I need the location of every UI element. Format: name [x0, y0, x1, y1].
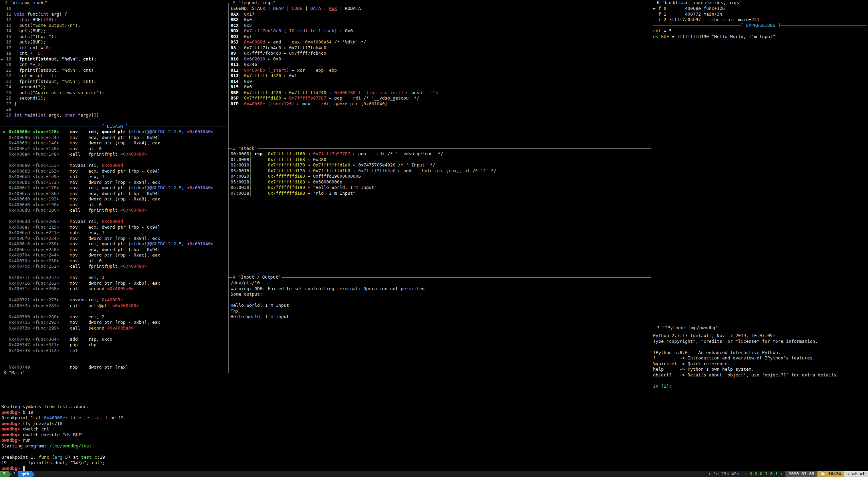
terminal-line: 0x4006a2 <func+146> mov al, 0: [1, 146, 228, 152]
terminal-line: 12 char BUF[128];: [1, 17, 228, 23]
terminal-line: 0x4006a9 <func+153> movabs rsi, 0x40080d: [1, 163, 228, 169]
terminal-line: 0x400740 <func+304> add rsp, 0xc0: [1, 337, 228, 342]
powerline-arrow-icon: [32, 472, 35, 477]
tmux-session-badge[interactable]: 2: [0, 471, 9, 477]
terminal-line: ? -> Introduction and overview of IPytho…: [653, 355, 867, 361]
terminal-line: 0x400721 <func+273> movabs rdi, 0x40083c: [1, 297, 228, 303]
terminal-line: ► 0x40068e <func+126> mov rdi, qword ptr…: [1, 129, 228, 135]
terminal-line: [1, 213, 228, 219]
terminal-line: 17 int cnt = 0;: [1, 45, 228, 51]
powerline-arrow-icon: [9, 472, 11, 477]
terminal-line: 0x4006d8 <func+200> call fprintf@plt <0x…: [1, 208, 228, 213]
pane-title-backtrace: 6 "backtrace, expressions, args": [655, 0, 743, 6]
pane-disasm-code[interactable]: 10 11 void func(int arg) { 12 char BUF[1…: [1, 6, 228, 372]
pane-border-stack[interactable]: [229, 148, 651, 149]
terminal-line: 26 second(2);: [1, 95, 228, 101]
terminal-line: [1, 269, 228, 275]
terminal-line: [1, 331, 228, 337]
terminal-line: 0x4006fe <func+238> mov edx, dword ptr […: [1, 247, 228, 253]
terminal-line: R11 0x246: [231, 62, 650, 68]
screen: 1 "disasm, code" 2 "legend, regs" 6 "bac…: [0, 0, 868, 477]
terminal-line: 0x400747 <func+311> pop rbp: [1, 342, 228, 348]
status-load-average: ‹ 0.0 0.1 0.1 ›: [742, 471, 785, 477]
pane-border-vertical-left[interactable]: [228, 3, 229, 373]
terminal-line: Starting program: /tmp/pwndbg/test: [1, 443, 650, 449]
terminal-line: IPython 5.8.0 -- An enhanced Interactive…: [653, 350, 867, 356]
terminal-line: Python 2.7.17 (default, Nov 7 2019, 10:0…: [653, 333, 867, 339]
pane-backtrace-expressions[interactable]: ► f 0 40068e func+126 f 1 400772 main+34…: [653, 6, 867, 327]
terminal-line: warning: GDB: Failed to set controlling …: [231, 286, 650, 292]
pane-border-io[interactable]: [229, 277, 651, 278]
terminal-line: RSP 0x7fffffffd160 → 0x7ffff7b97787 ← po…: [231, 95, 650, 101]
terminal-line: 04:0020│ 0x7fffffffd180 ← 0xffffd1900000…: [231, 174, 650, 179]
terminal-line: 0x40070c <func+252> call fprintf@plt <0x…: [1, 264, 228, 269]
pane-title-io: 4 "Input / Output": [232, 275, 282, 280]
terminal-line: 06:0030│ 0x7fffffffd190 ← "Hello World, …: [231, 185, 650, 191]
terminal-line: 0x400730 <func+288> mov edi, 2: [1, 314, 228, 320]
terminal-line: pwndbg> run: [1, 438, 650, 443]
terminal-line: RDI 0x1: [231, 34, 650, 40]
terminal-line: R10 0x602010 ← 0x0: [231, 56, 650, 62]
terminal-line: 07:0038│ 0x7fffffffd198 ← "rld, I'm Inpu…: [231, 191, 650, 196]
status-left: 2 1 gdb: [0, 471, 35, 477]
pane-stack[interactable]: 00:0000│ rsp 0x7fffffffd160 → 0x7ffff7b9…: [231, 151, 650, 277]
terminal-line: [1, 292, 228, 298]
terminal-line: 0x400748 <func+312> ret: [1, 348, 228, 354]
terminal-line: [1, 308, 228, 314]
terminal-line: 0x40069c <func+140> mov dword ptr [rbp -…: [1, 140, 228, 146]
tmux-window-index[interactable]: 1: [11, 471, 19, 477]
terminal-line: 0x4006d0 <func+192> mov dword ptr [rbp -…: [1, 196, 228, 202]
terminal-line: f 1 400772 main+34: [653, 12, 867, 17]
pane-input-output[interactable]: /dev/pts/10warning: GDB: Failed to set c…: [231, 280, 650, 372]
terminal-line: /dev/pts/10: [231, 280, 650, 286]
terminal-line: RSI 0x40080d ← and eax, 0x4f000a64 /* '%…: [231, 39, 650, 45]
terminal-line: 15 puts("Thx. ");: [1, 34, 228, 40]
terminal-line: ► f 0 40068e func+126: [653, 6, 867, 12]
terminal-line: [231, 297, 650, 303]
terminal-line: 0x4006e7 <func+215> mov ecx, dword ptr […: [1, 225, 228, 230]
status-uptime: ↑ 1d 23h 49m: [706, 471, 742, 477]
terminal-line: 0x4006dd <func+205> movabs rsi, 0x40080d: [1, 219, 228, 225]
terminal-line: 10: [1, 6, 228, 12]
terminal-line: ► 19 fprintf(stdout, "%d\n", cnt);: [1, 56, 228, 62]
terminal-line: 0x40073b <func+299> call second <0x4005a…: [1, 325, 228, 331]
terminal-line: 0x4006f0 <func+224> mov dword ptr [rbp -…: [1, 236, 228, 242]
terminal-line: RCX 0x5: [231, 23, 650, 29]
terminal-line: Hello World, I'm Input: [231, 314, 650, 320]
terminal-line: 21 fprintf(stdout, "%d\n", cnt);: [1, 68, 228, 73]
terminal-line: 20 cnt *= 2;: [1, 62, 228, 68]
terminal-line: 0x4006ca <func+186> mov edx, dword ptr […: [1, 191, 228, 197]
terminal-line: 0x400696 <func+134> mov edx, dword ptr […: [1, 135, 228, 141]
terminal-line: 29 int main(int argc, char *argv[]): [1, 112, 228, 118]
pane-border-main[interactable]: [0, 373, 651, 373]
terminal-line: object? -> Details about 'object', use '…: [653, 372, 867, 378]
terminal-line: 0x4006d6 <func+198> mov al, 0: [1, 202, 228, 208]
terminal-line: 0x40072b <func+283> call puts@plt <0x400…: [1, 303, 228, 309]
tmux-window-name-gdb[interactable]: gdb: [18, 471, 32, 477]
terminal-line: 27 }: [1, 101, 228, 107]
terminal-line: pwndbg> cwatch cnt: [1, 426, 650, 432]
terminal-line: [653, 378, 867, 384]
terminal-line: 13 puts("Some output:\n");: [1, 23, 228, 29]
pane-border-vertical-right[interactable]: [651, 3, 651, 471]
pane-main-gdb-console[interactable]: Reading symbols from test...done.pwndbg>…: [1, 404, 650, 471]
terminal-line: 18 cnt += 5;: [1, 51, 228, 56]
terminal-line: 02:0010│ 0x7fffffffd170 → 0x7fffffffd1a0…: [231, 162, 650, 168]
terminal-line: [1, 353, 228, 359]
pane-ipython[interactable]: Python 2.7.17 (default, Nov 7 2019, 10:0…: [653, 333, 867, 471]
terminal-line: 0x4006c2 <func+178> mov rdi, qword ptr […: [1, 185, 228, 191]
terminal-line: 0x400704 <func+244> mov dword ptr [rbp -…: [1, 252, 228, 258]
terminal-line: Type "copyright", "credits" or "license"…: [653, 339, 867, 344]
terminal-line: 0x400711 <func+257> mov edi, 3: [1, 275, 228, 281]
terminal-line: LEGEND: STACK | HEAP | CODE | DATA | RWX…: [231, 6, 650, 12]
terminal-line: RDX 0x7ffff7dd18c0 (_IO_stdfile_1_lock) …: [231, 28, 650, 34]
pane-legend-regs[interactable]: LEGEND: STACK | HEAP | CODE | DATA | RWX…: [231, 6, 650, 148]
terminal-line: 23 fprintf(stdout, "%d\n", cnt);: [1, 79, 228, 85]
status-date: 2020-03-06: [785, 471, 817, 477]
terminal-line: ds BUF = 7fffffffd190 "Hello World, I'm …: [653, 34, 867, 40]
terminal-line: 14 gets(BUF);: [1, 28, 228, 34]
terminal-line: [1, 157, 228, 163]
terminal-line: RBX 0x0: [231, 17, 650, 23]
terminal-line: pwndbg>: [1, 466, 650, 472]
terminal-line: 25 puts("Again as it was so nice");: [1, 90, 228, 96]
